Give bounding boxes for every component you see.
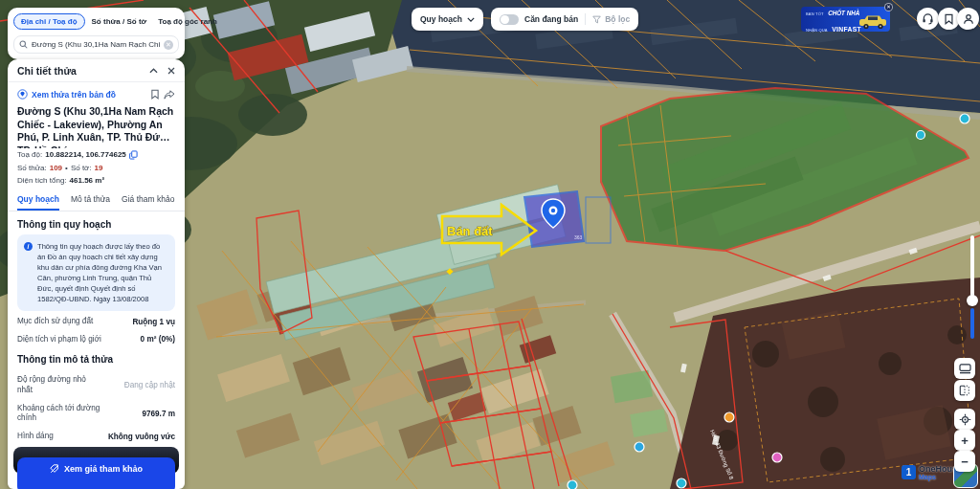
planning-notice: i Thông tin quy hoạch được lấy theo đồ á… (17, 234, 175, 311)
ad-headline-top: CHỐT NHÀ (828, 10, 859, 16)
poi-marker-orange (724, 412, 734, 422)
ad-tagline-top: BÁN TỐT (806, 11, 824, 16)
split-view-icon (959, 385, 970, 396)
coords-label: Toạ độ: (17, 150, 42, 159)
area-value: 461.56 m² (70, 176, 104, 185)
tab-reference-price[interactable]: Giá tham khảo (122, 194, 174, 211)
vinfast-ad-banner[interactable]: BÁN TỐT CHỐT NHÀ NHẬN QUÀ VINFAST ✕ (801, 7, 890, 32)
row-min-road-width: Độ rộng đường nhỏ nhất Đang cập nhật (8, 369, 185, 397)
headset-icon (922, 12, 934, 25)
plot-label: Số thửa: (17, 164, 47, 172)
support-button[interactable] (917, 8, 939, 30)
overlay-opacity-fill (970, 308, 974, 339)
account-button[interactable] (957, 8, 979, 30)
parcel-pin-icon (17, 89, 28, 100)
dot-separator: • (65, 164, 68, 172)
poi-marker-blue (635, 442, 644, 452)
split-view-button[interactable] (954, 380, 975, 401)
view-reference-price-button[interactable]: Xem giá tham khảo (17, 457, 175, 489)
person-icon (963, 13, 974, 25)
share-icon[interactable] (164, 90, 175, 100)
search-icon (19, 40, 28, 49)
description-heading: Thông tin mô tả thửa (8, 346, 185, 369)
parcel-address: Đường S (Khu 30,1Ha Nam Rạch Chiếc - Lak… (8, 104, 185, 148)
layers-dropdown[interactable]: Quy hoạch (412, 8, 483, 31)
row-land-use: Mục đích sử dụng đất Ruộng 1 vụ (8, 311, 185, 329)
search-box[interactable]: ✕ (13, 35, 179, 54)
parcel-detail-panel: Chi tiết thửa Xem thửa trên bản đồ (8, 59, 185, 489)
close-icon[interactable] (167, 67, 175, 75)
row-violation-area: Diện tích vi phạm lộ giới 0 m² (0%) (8, 329, 185, 347)
locate-icon (959, 413, 971, 426)
ad-close-icon[interactable]: ✕ (884, 3, 893, 11)
poi-marker-cyan (960, 114, 969, 123)
search-card: Địa chỉ / Toạ độ Số thửa / Số tờ Toạ độ … (8, 8, 185, 59)
sheet-label: Số tờ: (71, 164, 92, 172)
chevron-down-icon (467, 17, 475, 22)
layers-dropdown-label: Quy hoạch (420, 14, 462, 24)
listings-filter-bar: Căn đang bán Bộ lọc (491, 8, 638, 31)
poi-marker-cyan (568, 480, 577, 489)
cta-label: Xem giá tham khảo (64, 464, 143, 474)
locate-me-button[interactable] (954, 409, 975, 430)
legend-icon (959, 364, 971, 374)
panel-title: Chi tiết thửa (17, 65, 77, 77)
tab-planning[interactable]: Quy hoạch (17, 194, 59, 211)
listing-callout-label: Bán đất (447, 224, 493, 238)
poi-marker-cyan (917, 131, 925, 140)
panel-tabs: Quy hoạch Mô tả thửa Giá tham khảo (8, 189, 185, 211)
listings-toggle[interactable] (500, 14, 519, 25)
clear-search-icon[interactable]: ✕ (164, 40, 173, 50)
planning-heading: Thông tin quy hoạch (8, 211, 185, 234)
price-tag-icon (50, 464, 59, 474)
coords-value: 10.882214, 106.774625 (45, 150, 126, 159)
bookmark-icon (944, 13, 954, 25)
tab-description[interactable]: Mô tả thửa (71, 194, 110, 211)
overlay-opacity-slider[interactable] (967, 295, 978, 306)
row-distance-main-road: Khoảng cách tới đường chính 9769.7 m (8, 398, 185, 426)
tab-address-coords[interactable]: Địa chỉ / Toạ độ (13, 13, 85, 30)
tab-plot-sheet[interactable]: Số thửa / Số tờ (87, 13, 152, 30)
panel-footer: Xem giá tham khảo (8, 447, 185, 489)
planning-notice-text: Thông tin quy hoạch được lấy theo đồ án … (37, 241, 168, 304)
listings-toggle-label: Căn đang bán (524, 14, 578, 24)
poi-marker-pink (772, 453, 782, 462)
onehousing-logo-icon: 1 (902, 465, 916, 479)
filter-button[interactable]: Bộ lọc (605, 14, 630, 24)
parcel-number-label: 363 (574, 234, 583, 240)
sheet-value: 19 (95, 164, 103, 172)
copy-icon[interactable] (129, 150, 138, 160)
search-mode-tabs: Địa chỉ / Toạ độ Số thửa / Số tờ Toạ độ … (13, 13, 179, 30)
poi-marker-cyan (677, 478, 686, 488)
legend-button[interactable] (954, 358, 975, 379)
app-window: 363 Bán đất Hẻm 43 Đường Số 8 (0, 0, 980, 489)
search-input[interactable] (32, 40, 160, 49)
zoom-out-button[interactable]: − (954, 451, 975, 472)
bookmark-icon[interactable] (150, 89, 160, 100)
row-shape: Hình dáng Không vuông vức (8, 426, 185, 444)
area-label: Diện tích tổng: (17, 176, 67, 185)
info-icon: i (24, 242, 33, 251)
plot-value: 109 (50, 164, 62, 172)
zoom-in-button[interactable]: + (954, 430, 975, 451)
vinfast-car-icon (858, 12, 888, 30)
chevron-up-icon[interactable] (149, 68, 158, 74)
filter-icon (592, 15, 601, 24)
overlay-opacity-track (970, 235, 974, 297)
view-on-map-link[interactable]: Xem thửa trên bản đồ (32, 90, 146, 100)
ad-tagline-bottom: NHẬN QUÀ (806, 28, 828, 33)
tab-corner-coords[interactable]: Toạ độ góc ranh (153, 13, 222, 30)
